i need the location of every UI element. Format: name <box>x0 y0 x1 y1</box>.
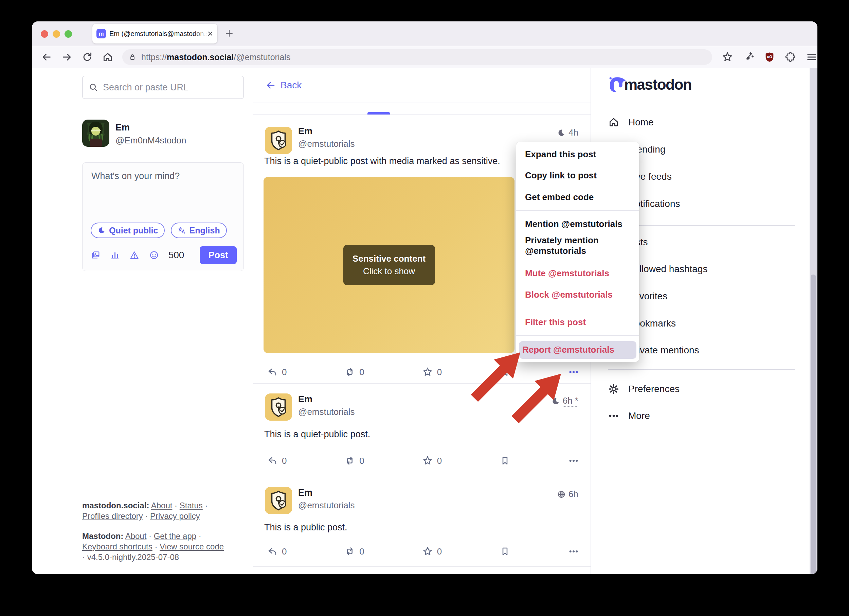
sidebar-item-preferences[interactable]: Preferences <box>608 379 679 398</box>
search-input[interactable]: Search or paste URL <box>82 76 244 99</box>
boost-button[interactable]: 0 <box>344 455 364 466</box>
ellipsis-icon <box>608 410 620 422</box>
active-tab-indicator <box>368 112 390 115</box>
extensions-puzzle-icon[interactable] <box>785 51 796 63</box>
reply-button[interactable]: 0 <box>267 455 287 466</box>
browser-tabstrip: m Em (@emstutorials@mastodon.s <box>32 21 818 46</box>
post-text: This is a quiet-public post with media m… <box>264 156 500 167</box>
reload-icon[interactable] <box>82 51 93 63</box>
screenshot-root: m Em (@emstutorials@mastodon.s <box>0 0 849 616</box>
ellipsis-icon <box>568 367 579 377</box>
content-warning-icon[interactable] <box>130 250 139 261</box>
sidebar-item-more[interactable]: More <box>608 406 650 425</box>
language-button[interactable]: English <box>171 222 226 238</box>
menu-divider <box>516 210 639 211</box>
avatar[interactable] <box>82 119 109 147</box>
back-button[interactable]: Back <box>253 68 591 103</box>
mastodon-wordmark: mastodon <box>624 76 691 93</box>
visibility-button[interactable]: Quiet public <box>91 222 165 238</box>
menu-item-filter-post[interactable]: Filter this post <box>516 315 639 329</box>
browser-window: m Em (@emstutorials@mastodon.s <box>32 21 818 574</box>
post-avatar[interactable] <box>265 487 292 514</box>
footer-link-about-site[interactable]: About <box>151 501 173 510</box>
mastodon-logo[interactable]: mastodon <box>608 75 691 94</box>
more-options-button[interactable] <box>568 546 579 557</box>
sensitive-media[interactable]: Sensitive content Click to show <box>264 177 514 353</box>
star-icon <box>422 546 433 557</box>
mastodon-elephant-icon <box>608 75 626 94</box>
post-avatar[interactable] <box>265 127 292 154</box>
footer-link-status[interactable]: Status <box>180 501 203 510</box>
favorite-button[interactable]: 0 <box>422 455 442 466</box>
menu-item-privately-mention[interactable]: Privately mention @emstutorials <box>516 239 639 253</box>
footer-link-privacy-policy[interactable]: Privacy policy <box>150 512 200 521</box>
post-author-name[interactable]: Em <box>298 488 313 498</box>
menu-item-block[interactable]: Block @emstutorials <box>516 288 639 302</box>
ublock-extension-icon[interactable]: uO <box>764 51 775 63</box>
back-icon[interactable] <box>41 51 52 63</box>
boost-button[interactable]: 0 <box>344 546 364 557</box>
reply-icon <box>267 367 278 377</box>
scrollbar-thumb[interactable] <box>810 274 816 574</box>
menu-item-mention[interactable]: Mention @emstutorials <box>516 217 639 231</box>
footer: mastodon.social: About · Status · Profil… <box>82 500 228 572</box>
profile-display-name[interactable]: Em <box>115 122 130 133</box>
bookmark-star-icon[interactable] <box>722 51 733 63</box>
post-author-name[interactable]: Em <box>298 126 313 137</box>
poll-icon[interactable] <box>110 250 120 261</box>
home-icon[interactable] <box>102 51 113 63</box>
menu-item-mute[interactable]: Mute @emstutorials <box>516 266 639 280</box>
reply-icon <box>267 455 278 466</box>
footer-link-keyboard-shortcuts[interactable]: Keyboard shortcuts <box>82 542 152 551</box>
search-placeholder: Search or paste URL <box>103 82 188 93</box>
compose-box[interactable]: What's on your mind? Quiet public <box>82 163 244 271</box>
post-author-name[interactable]: Em <box>298 394 313 405</box>
menu-item-get-embed-code[interactable]: Get embed code <box>516 190 639 204</box>
footer-link-get-app[interactable]: Get the app <box>154 531 196 541</box>
page-scrollbar[interactable] <box>810 68 818 574</box>
emoji-icon[interactable] <box>149 250 159 261</box>
boost-button[interactable]: 0 <box>344 367 364 377</box>
tab-close-icon[interactable] <box>207 31 213 37</box>
forward-icon[interactable] <box>61 51 73 63</box>
footer-app-label: Mastodon: <box>82 531 123 541</box>
post-button[interactable]: Post <box>200 246 237 264</box>
attach-media-icon[interactable] <box>91 250 101 261</box>
quiet-public-moon-icon <box>97 226 106 234</box>
sidebar-item-home[interactable]: Home <box>608 113 654 132</box>
browser-toolbar: https://mastodon.social/@emstutorials uO <box>32 46 818 68</box>
menu-item-expand-post[interactable]: Expand this post <box>516 147 639 161</box>
favorite-button[interactable]: 0 <box>422 546 442 557</box>
new-tab-button[interactable] <box>224 28 234 39</box>
sensitive-content-overlay[interactable]: Sensitive content Click to show <box>343 245 435 285</box>
bookmark-button[interactable] <box>499 455 511 466</box>
mastodon-favicon: m <box>97 29 106 39</box>
more-options-button[interactable] <box>568 367 579 377</box>
browser-tab[interactable]: m Em (@emstutorials@mastodon.s <box>92 24 217 43</box>
footer-link-profiles-directory[interactable]: Profiles directory <box>82 512 143 521</box>
annotation-arrow-more-button <box>507 367 568 428</box>
footer-version: v4.5.0-nightly.2025-07-08 <box>87 552 179 562</box>
window-close-button[interactable] <box>41 30 48 38</box>
window-minimize-button[interactable] <box>53 30 60 38</box>
address-bar[interactable]: https://mastodon.social/@emstutorials <box>122 49 712 65</box>
reply-button[interactable]: 0 <box>267 546 287 557</box>
more-options-button[interactable] <box>568 455 579 466</box>
footer-link-about-mastodon[interactable]: About <box>125 531 147 541</box>
menu-item-copy-link[interactable]: Copy link to post <box>516 168 639 182</box>
post-avatar[interactable] <box>265 394 292 421</box>
window-zoom-button[interactable] <box>64 30 72 38</box>
compose-placeholder: What's on your mind? <box>91 171 180 182</box>
broom-extension-icon[interactable] <box>743 51 754 63</box>
bookmark-button[interactable] <box>499 546 511 557</box>
profile-tabs-clipped[interactable] <box>253 103 591 115</box>
menu-item-report[interactable]: Report @emstutorials <box>516 343 639 357</box>
footer-link-view-source[interactable]: View source code <box>159 542 224 551</box>
reply-button[interactable]: 0 <box>267 367 287 377</box>
post-timestamp[interactable]: 4h <box>557 127 578 138</box>
post-timestamp[interactable]: 6h <box>557 489 578 500</box>
menu-hamburger-icon[interactable] <box>806 51 818 63</box>
tab-title: Em (@emstutorials@mastodon.s <box>109 30 207 38</box>
favorite-button[interactable]: 0 <box>422 367 442 377</box>
boost-icon <box>344 455 355 466</box>
